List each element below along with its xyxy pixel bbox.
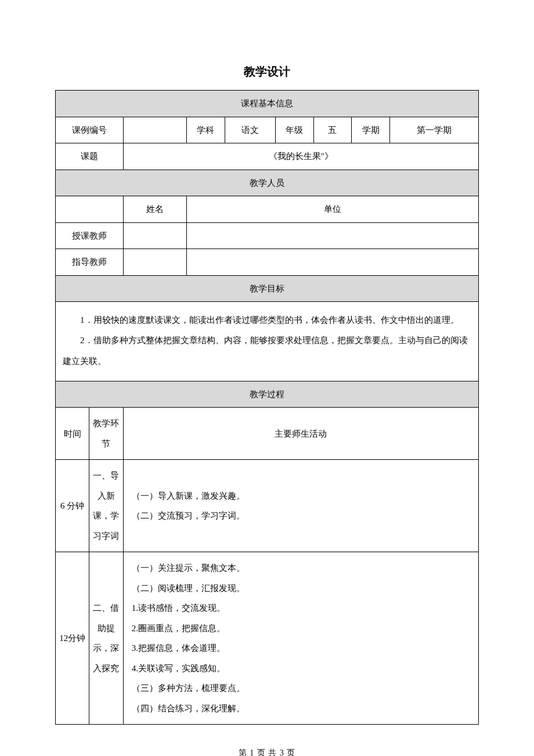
activity-line: （一）导入新课，激发兴趣。 xyxy=(132,486,470,506)
value-advisor-unit xyxy=(186,249,478,276)
row-lesson-meta: 课例编号 学科 语文 年级 五 学期 第一学期 xyxy=(56,117,479,143)
value-grade: 五 xyxy=(313,117,352,143)
row-process-2: 12分钟 二、借助提示，深入探究 （一）关注提示，聚焦文本。 （二）阅读梳理，汇… xyxy=(56,552,479,725)
blank-cell xyxy=(56,196,124,223)
value-advisor-name xyxy=(123,249,186,276)
section-header: 课程基本信息 xyxy=(56,91,479,117)
label-segment: 教学环节 xyxy=(89,408,123,460)
process-segment: 一、导入新课，学习字词 xyxy=(89,460,123,552)
label-advisor: 指导教师 xyxy=(56,249,124,276)
value-semester: 第一学期 xyxy=(389,117,478,143)
activity-line: 4.关联读写，实践感知。 xyxy=(132,658,470,679)
label-unit: 单位 xyxy=(186,196,478,223)
section-teaching-goals: 教学目标 xyxy=(56,275,479,302)
activity-line: 1.读书感悟，交流发现。 xyxy=(132,598,470,618)
process-segment: 二、借助提示，深入探究 xyxy=(89,552,123,725)
activity-line: （二）交流预习，学习字词。 xyxy=(132,506,470,526)
goal-item: 2．借助多种方式整体把握文章结构、内容，能够按要求处理信息，把握文章要点。主动与… xyxy=(63,330,471,372)
activity-line: （二）阅读梳理，汇报发现。 xyxy=(132,578,470,599)
value-topic: 《我的长生果"》 xyxy=(123,143,478,170)
section-teaching-process: 教学过程 xyxy=(56,381,479,408)
row-advisor: 指导教师 xyxy=(56,249,479,276)
row-topic: 课题 《我的长生果"》 xyxy=(56,143,479,170)
row-staff-headers: 姓名 单位 xyxy=(56,196,479,223)
label-semester: 学期 xyxy=(352,117,390,143)
section-header: 教学人员 xyxy=(56,170,479,196)
value-subject: 语文 xyxy=(225,117,275,143)
row-teacher: 授课教师 xyxy=(56,222,479,249)
row-process-1: 6 分钟 一、导入新课，学习字词 （一）导入新课，激发兴趣。 （二）交流预习，学… xyxy=(56,460,479,552)
label-activities: 主要师生活动 xyxy=(123,408,478,460)
label-grade: 年级 xyxy=(276,117,314,143)
section-header: 教学过程 xyxy=(56,381,479,408)
process-time: 12分钟 xyxy=(56,552,89,725)
section-basic-info: 课程基本信息 xyxy=(56,91,479,117)
label-time: 时间 xyxy=(56,408,89,460)
label-topic: 课题 xyxy=(56,143,124,170)
row-process-headers: 时间 教学环节 主要师生活动 xyxy=(56,408,479,460)
activity-line: 2.圈画重点，把握信息。 xyxy=(132,618,470,639)
activity-line: （四）结合练习，深化理解。 xyxy=(132,699,470,719)
activity-line: （三）多种方法，梳理要点。 xyxy=(132,678,470,699)
value-lesson-id xyxy=(123,117,186,143)
lesson-plan-table: 课程基本信息 课例编号 学科 语文 年级 五 学期 第一学期 课题 《我的长生果… xyxy=(55,90,479,725)
label-teacher: 授课教师 xyxy=(56,222,124,249)
value-teacher-name xyxy=(123,222,186,249)
label-subject: 学科 xyxy=(186,117,225,143)
section-teaching-staff: 教学人员 xyxy=(56,170,479,196)
row-goals: 1．用较快的速度默读课文，能读出作者读过哪些类型的书，体会作者从读书、作文中悟出… xyxy=(56,302,479,381)
process-activities: （一）关注提示，聚焦文本。 （二）阅读梳理，汇报发现。 1.读书感悟，交流发现。… xyxy=(123,552,478,725)
process-time: 6 分钟 xyxy=(56,460,89,552)
page-footer: 第 1 页 共 3 页 xyxy=(55,748,479,756)
process-activities: （一）导入新课，激发兴趣。 （二）交流预习，学习字词。 xyxy=(123,460,478,552)
goals-content: 1．用较快的速度默读课文，能读出作者读过哪些类型的书，体会作者从读书、作文中悟出… xyxy=(56,302,479,381)
value-teacher-unit xyxy=(186,222,478,249)
section-header: 教学目标 xyxy=(56,275,479,302)
document-title: 教学设计 xyxy=(55,64,479,80)
activity-line: 3.把握信息，体会道理。 xyxy=(132,638,470,658)
activity-line: （一）关注提示，聚焦文本。 xyxy=(132,558,470,578)
label-name: 姓名 xyxy=(123,196,186,223)
label-lesson-id: 课例编号 xyxy=(56,117,124,143)
goal-item: 1．用较快的速度默读课文，能读出作者读过哪些类型的书，体会作者从读书、作文中悟出… xyxy=(63,310,471,330)
